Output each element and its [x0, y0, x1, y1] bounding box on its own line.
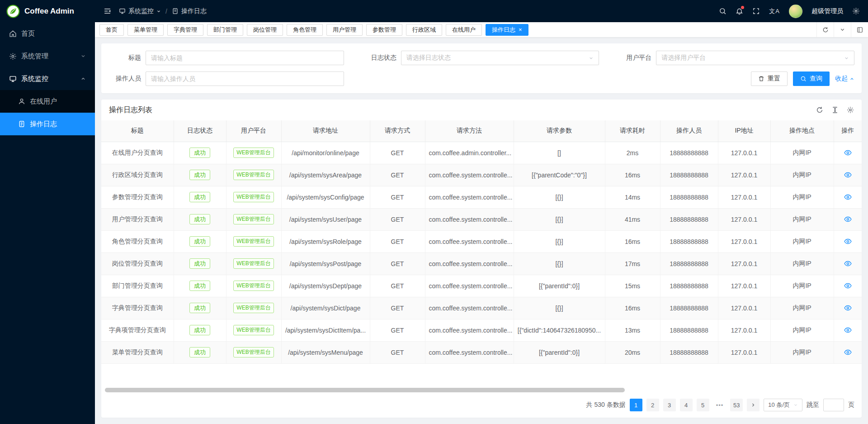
refresh-icon[interactable]: [816, 22, 834, 37]
sidebar-item-operation-log[interactable]: 操作日志: [0, 113, 95, 135]
page-button[interactable]: 2: [646, 399, 659, 411]
cell-request-method: GET: [370, 208, 425, 230]
tab[interactable]: 用户管理 ×: [326, 24, 363, 36]
view-detail-eye-icon[interactable]: [844, 215, 852, 223]
collapse-filter-link[interactable]: 收起: [835, 75, 854, 83]
log-status-select[interactable]: 请选择日志状态: [401, 51, 599, 65]
sidebar-item-label: 首页: [21, 29, 35, 38]
notification-bell-icon[interactable]: [736, 7, 743, 15]
view-detail-eye-icon[interactable]: [844, 326, 852, 334]
tab[interactable]: 岗位管理 ×: [247, 24, 283, 36]
cell-actions: [834, 186, 862, 208]
refresh-icon[interactable]: [816, 106, 823, 114]
tab[interactable]: 行政区域 ×: [406, 24, 442, 36]
menu-fold-icon[interactable]: [103, 7, 112, 15]
cell-duration: 20ms: [605, 341, 660, 363]
cell-request-params: [{}]: [514, 252, 605, 275]
view-detail-eye-icon[interactable]: [844, 193, 852, 201]
view-detail-eye-icon[interactable]: [844, 238, 852, 245]
tab[interactable]: 菜单管理 ×: [127, 24, 164, 36]
next-page-button[interactable]: [747, 399, 760, 411]
row-density-icon[interactable]: [831, 106, 839, 114]
cell-request-params: [{"dictId":140647326180950...: [514, 319, 605, 341]
title-input[interactable]: [146, 51, 344, 65]
tab-label: 在线用户: [452, 26, 476, 34]
cell-log-status: 成功: [174, 297, 226, 319]
page-button[interactable]: 1: [630, 399, 642, 411]
tab[interactable]: 参数管理 ×: [366, 24, 402, 36]
fullscreen-icon[interactable]: [752, 7, 760, 15]
view-detail-eye-icon[interactable]: [844, 348, 852, 356]
cell-actions: [834, 275, 862, 297]
tab[interactable]: 在线用户 ×: [446, 24, 482, 36]
cell-location: 内网IP: [770, 208, 834, 230]
translate-icon[interactable]: 文A: [769, 7, 780, 15]
view-detail-eye-icon[interactable]: [844, 304, 852, 312]
view-detail-eye-icon[interactable]: [844, 171, 852, 179]
page-button[interactable]: 5: [697, 399, 709, 411]
page-button[interactable]: 53: [730, 399, 743, 411]
page-button[interactable]: 3: [663, 399, 676, 411]
sidebar-item-label: 系统管理: [21, 52, 48, 61]
cell-duration: 16ms: [605, 164, 660, 186]
app-logo[interactable]: Coffee Admin: [0, 0, 95, 22]
sidebar-item-system-monitor[interactable]: 系统监控: [0, 67, 95, 90]
cell-request-params: [{}]: [514, 208, 605, 230]
status-badge: 成功: [189, 303, 210, 313]
tab-label: 岗位管理: [253, 26, 277, 34]
cell-actions: [834, 297, 862, 319]
user-name[interactable]: 超级管理员: [811, 7, 843, 15]
cell-title: 用户管理分页查询: [101, 208, 174, 230]
filter-actions: 重置 查询 收起: [364, 71, 854, 86]
breadcrumb-system-monitor[interactable]: 系统监控: [119, 7, 161, 15]
cell-request-method: GET: [370, 341, 425, 363]
operator-input[interactable]: [146, 71, 344, 86]
user-platform-select[interactable]: 请选择用户平台: [656, 51, 854, 65]
view-detail-eye-icon[interactable]: [844, 260, 852, 267]
cell-request-handler: com.coffee.system.controlle...: [425, 297, 514, 319]
page-button[interactable]: 4: [680, 399, 693, 411]
cell-operator: 18888888888: [660, 341, 718, 363]
cell-request-handler: com.coffee.system.controlle...: [425, 186, 514, 208]
content-fullscreen-icon[interactable]: [851, 22, 868, 37]
horizontal-scrollbar-thumb[interactable]: [105, 388, 625, 392]
tab[interactable]: 首页 ×: [99, 24, 124, 36]
view-detail-eye-icon[interactable]: [844, 149, 852, 157]
cell-title: 字典项管理分页查询: [101, 319, 174, 341]
breadcrumb-label: 操作日志: [181, 7, 207, 15]
sidebar-item-home[interactable]: 首页: [0, 22, 95, 45]
search-icon[interactable]: [719, 7, 726, 15]
avatar[interactable]: [789, 5, 802, 18]
tab[interactable]: 操作日志 ×: [486, 24, 528, 36]
cell-request-params: []: [514, 142, 605, 164]
tab[interactable]: 角色管理 ×: [287, 24, 323, 36]
close-icon[interactable]: ×: [519, 27, 522, 33]
sidebar-item-label: 系统监控: [21, 75, 48, 83]
column-settings-gear-icon[interactable]: [847, 106, 854, 114]
page-button[interactable]: •••: [713, 399, 726, 411]
settings-gear-icon[interactable]: [852, 7, 860, 15]
chevron-down-icon: [589, 56, 594, 61]
reset-button[interactable]: 重置: [751, 71, 788, 86]
query-button[interactable]: 查询: [793, 71, 830, 86]
tab-label: 角色管理: [293, 26, 316, 34]
tab[interactable]: 部门管理 ×: [207, 24, 243, 36]
tab[interactable]: 字典管理 ×: [167, 24, 203, 36]
tab-label: 参数管理: [373, 26, 396, 34]
sidebar-item-online-users[interactable]: 在线用户: [0, 90, 95, 113]
open-tabs: 首页 × 菜单管理 × 字典管理 × 部门管理 × 岗位管理 × 角色管理 × …: [99, 24, 816, 36]
page-size-select[interactable]: 10 条/页: [764, 399, 802, 411]
platform-badge: WEB管理后台: [233, 258, 274, 269]
breadcrumb-operation-log[interactable]: 操作日志: [172, 7, 207, 15]
view-detail-eye-icon[interactable]: [844, 282, 852, 290]
cell-operator: 18888888888: [660, 164, 718, 186]
cell-duration: 41ms: [605, 208, 660, 230]
cell-request-method: GET: [370, 297, 425, 319]
log-table: 标题 日志状态 用户平台 请求地址 请求方式 请求方法 请求参数 请求耗时 操作…: [101, 120, 862, 364]
cell-title: 字典管理分页查询: [101, 297, 174, 319]
jump-page-input[interactable]: [823, 399, 844, 411]
chevron-down-icon[interactable]: [834, 22, 851, 37]
column-header: 操作地点: [770, 120, 834, 142]
sidebar-item-system-management[interactable]: 系统管理: [0, 45, 95, 67]
cell-ip: 127.0.0.1: [718, 252, 770, 275]
